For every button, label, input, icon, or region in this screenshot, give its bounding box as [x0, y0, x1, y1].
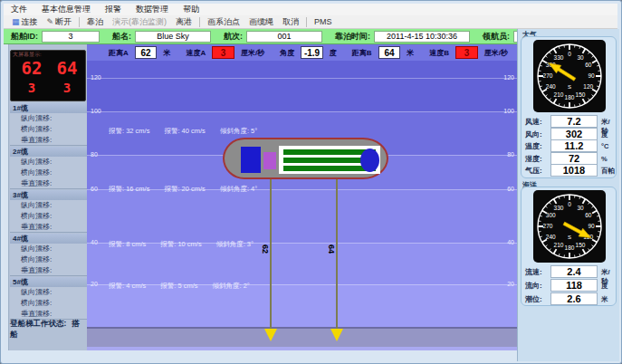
alarm-threshold-line: 报警: 16 cm/s报警: 20 cm/s倾斜角度: 4°	[109, 185, 257, 194]
toolbar-button-depart[interactable]: 离港	[171, 16, 196, 28]
menu-item-2[interactable]: 报警	[98, 4, 129, 15]
cable-group-header: 3#缆	[10, 190, 87, 200]
axis-tick-label-left: 100	[91, 108, 101, 114]
info-value-voyage[interactable]: 001	[246, 31, 322, 43]
quay-strip	[87, 327, 517, 347]
svg-text:150: 150	[576, 91, 586, 98]
alarm-threshold-text: 倾斜角度: 4°	[220, 185, 257, 194]
ship-bow-ellipse	[360, 148, 379, 172]
info-label-pilot: 领航员:	[483, 31, 510, 43]
ocean-unit: 度	[601, 282, 608, 291]
display-distance-b: 64	[52, 58, 82, 78]
info-field-voyage: 航次:001	[224, 31, 322, 43]
ocean-readings: 流速:2.4米/秒流向:118度潮位:2.6米	[521, 265, 617, 305]
info-label-voyage: 航次:	[224, 31, 243, 43]
readout-value-speed-a: 3	[212, 46, 234, 59]
readout-label-distance-b: 距离B	[352, 48, 372, 58]
toolbar-separator	[79, 17, 80, 27]
svg-text:180: 180	[565, 94, 575, 101]
toolbar-button-connect[interactable]: ▦连接	[7, 16, 43, 28]
menu-item-3[interactable]: 数据管理	[129, 4, 176, 15]
wind-direction-gauge: 0306090120150180210240270300330S	[533, 40, 606, 112]
drift-row-label: 纵向漂移:	[10, 200, 87, 211]
info-value-ship-name[interactable]: Blue Sky	[135, 31, 211, 43]
cable-group-1: 1#缆纵向漂移:横向漂移:垂直漂移:	[10, 103, 87, 146]
toolbar-button-label: 演示(靠泊监测)	[112, 16, 167, 28]
sidebar-edge-strip	[4, 44, 9, 350]
cable-group-header: 2#缆	[10, 147, 87, 157]
marker-label-a: 62	[258, 243, 273, 255]
svg-text:S: S	[568, 84, 571, 90]
info-field-ship-name: 船名:Blue Sky	[112, 31, 211, 43]
toolbar-button-label: 取消	[282, 16, 299, 28]
ship-info-bar: 船舶ID:3船名:Blue Sky航次:001靠泊时间:2011-4-15 10…	[4, 29, 517, 44]
chart-band	[87, 61, 517, 111]
svg-text:240: 240	[546, 234, 556, 240]
large-number-display: 大屏幕显示: 62 64 3 3	[10, 50, 86, 101]
atmosphere-label: 湿度:	[525, 154, 542, 164]
alarm-threshold-text: 报警: 4 cm/s	[109, 282, 146, 291]
ocean-row: 流向:118度	[521, 279, 617, 291]
svg-text:240: 240	[546, 83, 556, 90]
alarm-threshold-text: 报警: 20 cm/s	[164, 185, 205, 194]
drift-row-label: 横向漂移:	[10, 298, 87, 309]
info-value-ship-id[interactable]: 3	[42, 31, 100, 43]
toolbar-button-label: 连接	[22, 16, 38, 28]
svg-text:270: 270	[543, 223, 553, 229]
ocean-row: 流速:2.4米/秒	[521, 265, 617, 277]
svg-text:0: 0	[568, 201, 571, 207]
display-distance-a: 62	[16, 58, 47, 78]
chart-band	[87, 284, 517, 327]
toolbar-button-cancel[interactable]: 取消	[278, 16, 303, 28]
toolbar-button-draw-point[interactable]: 画系泊点	[203, 16, 244, 28]
berthing-monitor-window: 文件基本信息管理报警数据管理帮助 ▦连接✎断开靠泊演示(靠泊监测)离港画系泊点画…	[0, 0, 622, 364]
gangway-status-label: 登船梯工作状态:	[10, 319, 66, 328]
toolbar-button-label: 靠泊	[87, 16, 103, 28]
toolbar-button-label: 离港	[176, 16, 192, 28]
axis-tick-label-right: 100	[503, 108, 514, 114]
svg-text:270: 270	[543, 72, 553, 79]
readout-unit-angle: 度	[330, 48, 337, 58]
svg-text:90: 90	[588, 223, 595, 229]
svg-text:60: 60	[585, 212, 592, 218]
atmosphere-label: 温度:	[525, 141, 542, 151]
svg-text:60: 60	[585, 62, 592, 68]
alarm-threshold-text: 倾斜角度: 3°	[216, 240, 254, 249]
readout-unit-distance-b: 米	[407, 48, 414, 58]
ocean-row: 潮位:2.6米	[521, 292, 617, 304]
atmosphere-unit: 度	[601, 130, 608, 139]
toolbar-button-berth[interactable]: 靠泊	[82, 16, 108, 28]
atmosphere-value: 7.2	[550, 115, 598, 128]
drift-row-label: 横向漂移:	[10, 211, 87, 222]
info-label-ship-id: 船舶ID:	[11, 31, 38, 43]
toolbar-button-label: 画缆绳	[249, 16, 273, 28]
cable-group-3: 3#缆纵向漂移:横向漂移:垂直漂移:	[10, 190, 87, 233]
alarm-threshold-text: 倾斜角度: 5°	[220, 127, 257, 136]
alarm-threshold-line: 报警: 4 cm/s报警: 5 cm/s倾斜角度: 2°	[109, 282, 250, 291]
right-panel: 大气 0306090120150180210240270300330S 风速:7…	[517, 29, 619, 361]
atmosphere-row: 风向:302度	[521, 128, 617, 139]
toolbar-button-draw-cable[interactable]: 画缆绳	[244, 16, 278, 28]
alarm-threshold-text: 报警: 16 cm/s	[109, 185, 149, 194]
alarm-threshold-text: 倾斜角度: 2°	[213, 282, 250, 291]
atmosphere-row: 风速:7.2米/秒	[521, 115, 617, 127]
menu-item-1[interactable]: 基本信息管理	[34, 4, 98, 15]
toolbar-separator	[199, 17, 200, 27]
atmosphere-label: 风向:	[525, 129, 542, 139]
cable-group-header: 1#缆	[10, 103, 87, 113]
toolbar-button-demo: 演示(靠泊监测)	[108, 16, 171, 28]
menu-item-4[interactable]: 帮助	[176, 4, 206, 15]
drift-row-label: 纵向漂移:	[10, 244, 87, 254]
menu-item-0[interactable]: 文件	[4, 4, 34, 15]
readout-unit-speed-b: 厘米/秒	[484, 48, 508, 58]
atmosphere-value: 11.2	[550, 139, 598, 152]
info-value-berth-time[interactable]: 2011-4-15 10:30:36	[374, 31, 470, 43]
svg-text:30: 30	[577, 205, 584, 211]
readout-label-angle: 角度	[280, 48, 294, 58]
toolbar-button-label: 断开	[55, 16, 72, 28]
toolbar-button-pms[interactable]: PMS	[310, 17, 337, 26]
drift-row-label: 横向漂移:	[10, 168, 87, 178]
cable-group-4: 4#缆纵向漂移:横向漂移:垂直漂移:	[10, 234, 87, 276]
info-field-berth-time: 靠泊时间:2011-4-15 10:30:36	[335, 31, 470, 43]
toolbar-button-disconnect[interactable]: ✎断开	[43, 16, 77, 28]
